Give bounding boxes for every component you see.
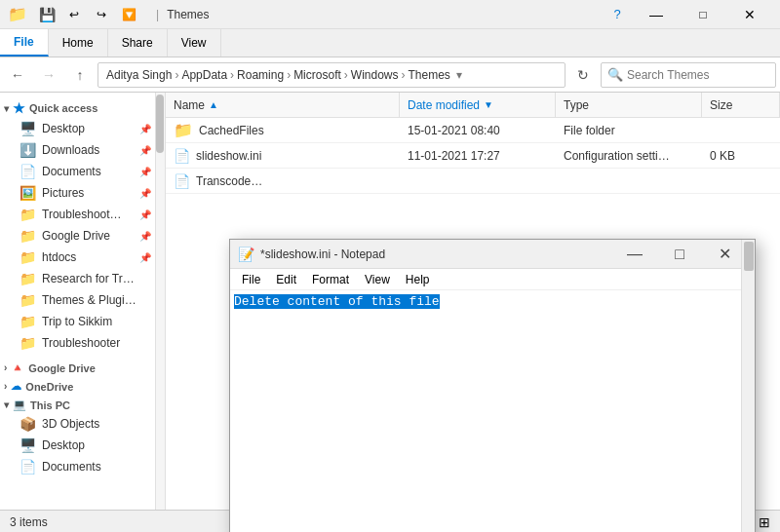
tab-view[interactable]: View [168, 29, 221, 57]
this-pc-header[interactable]: ▾ 💻 This PC [0, 395, 155, 413]
table-row[interactable]: 📄 Transcode… [166, 169, 780, 194]
sidebar-item-downloads[interactable]: ⬇️ Downloads 📌 [0, 139, 155, 161]
path-themes[interactable]: Themes [409, 68, 450, 82]
sidebar: ▾ ★ Quick access 🖥️ Desktop 📌 ⬇️ Downloa… [0, 93, 156, 510]
sidebar-item-troubleshooter[interactable]: 📁 Troubleshooter [0, 332, 155, 354]
tab-share[interactable]: Share [108, 29, 168, 57]
sidebar-item-pictures[interactable]: 🖼️ Pictures 📌 [0, 182, 155, 204]
onedrive-label: OneDrive [25, 381, 73, 393]
folder-icon: 📁 [20, 228, 36, 244]
folder-icon: 📁 [20, 314, 36, 329]
header-date[interactable]: Date modified ▼ [400, 93, 556, 117]
this-pc-label: This PC [30, 399, 70, 411]
pictures-icon: 🖼️ [20, 185, 36, 201]
folder-icon: 📁 [20, 271, 36, 286]
sidebar-item-3d-objects[interactable]: 📦 3D Objects [0, 413, 155, 435]
header-name[interactable]: Name ▲ [166, 93, 400, 117]
sidebar-scrollbar[interactable] [156, 93, 166, 510]
header-size[interactable]: Size [702, 93, 780, 117]
notepad-minimize-button[interactable]: — [612, 240, 657, 269]
help-button[interactable]: ? [603, 0, 632, 29]
desktop-icon: 🖥️ [20, 437, 36, 453]
google-drive-header[interactable]: › 🔺 Google Drive [0, 358, 155, 376]
ribbon: File Home Share View [0, 29, 780, 57]
sidebar-item-label: Troubleshooter [42, 336, 120, 350]
up-button[interactable]: ↑ [66, 61, 94, 89]
sidebar-item-label: Downloads [42, 143, 99, 157]
file-name-cell: 📄 Transcode… [166, 173, 400, 189]
table-row[interactable]: 📁 CachedFiles 15-01-2021 08:40 File fold… [166, 118, 780, 143]
redo-button[interactable]: ↪ [90, 3, 113, 26]
google-drive-label: Google Drive [28, 362, 95, 374]
notepad-menu-format[interactable]: Format [304, 269, 357, 290]
path-aditya[interactable]: Aditya Singh [106, 68, 172, 82]
sidebar-item-research[interactable]: 📁 Research for Tro… [0, 268, 155, 289]
notepad-body: Delete content of this file [230, 290, 755, 532]
app-icon: 📁 [8, 5, 27, 23]
sidebar-item-label: Themes & Plugin… [42, 293, 139, 307]
search-icon: 🔍 [607, 67, 623, 82]
notepad-maximize-button[interactable]: □ [657, 240, 702, 269]
path-roaming[interactable]: Roaming [237, 68, 284, 82]
notepad-title: *slideshow.ini - Notepad [260, 247, 612, 261]
expand-icon: ▾ [4, 399, 9, 410]
refresh-button[interactable]: ↻ [569, 61, 597, 89]
sidebar-item-desktop2[interactable]: 🖥️ Desktop [0, 435, 155, 456]
expand-icon: ▾ [4, 103, 9, 114]
header-type[interactable]: Type [556, 93, 702, 117]
tab-home[interactable]: Home [49, 29, 108, 57]
file-name-cell: 📁 CachedFiles [166, 121, 400, 139]
sidebar-item-htdocs[interactable]: 📁 htdocs 📌 [0, 247, 155, 268]
sidebar-item-label: Troubleshoot… [42, 208, 122, 221]
notepad-content[interactable]: Delete content of this file [230, 290, 755, 532]
pin-icon: 📌 [139, 188, 151, 199]
folder-icon: 📁 [20, 335, 36, 351]
table-row[interactable]: 📄 slideshow.ini 11-01-2021 17:27 Configu… [166, 143, 780, 169]
sidebar-item-documents2[interactable]: 📄 Documents [0, 456, 155, 477]
notepad-menu-edit[interactable]: Edit [268, 269, 304, 290]
path-windows[interactable]: Windows [351, 68, 399, 82]
downloads-icon: ⬇️ [20, 142, 36, 158]
sidebar-item-desktop[interactable]: 🖥️ Desktop 📌 [0, 118, 155, 139]
maximize-button[interactable]: □ [681, 0, 725, 29]
folder-icon: 📁 [174, 121, 193, 139]
path-microsoft[interactable]: Microsoft [293, 68, 341, 82]
tab-file[interactable]: File [0, 29, 49, 57]
file-name-cell: 📄 slideshow.ini [166, 148, 400, 164]
notepad-menu-help[interactable]: Help [398, 269, 438, 290]
ribbon-tabs: File Home Share View [0, 29, 780, 57]
onedrive-header[interactable]: › ☁ OneDrive [0, 376, 155, 395]
file-type-cell: File folder [556, 124, 702, 137]
sidebar-item-themes-plugins[interactable]: 📁 Themes & Plugin… [0, 289, 155, 311]
undo-button[interactable]: ↩ [62, 3, 86, 26]
minimize-button[interactable]: — [634, 0, 679, 29]
sort-arrow-icon: ▲ [209, 99, 218, 110]
notepad-scrollbar[interactable] [741, 290, 755, 532]
address-path[interactable]: Aditya Singh › AppData › Roaming › Micro… [98, 62, 566, 88]
save-button[interactable]: 💾 [35, 3, 58, 26]
file-explorer-titlebar: 📁 💾 ↩ ↪ 🔽 | Themes ? — □ ✕ [0, 0, 780, 29]
sidebar-item-trip-sikkim[interactable]: 📁 Trip to Sikkim [0, 311, 155, 332]
pin-icon: 📌 [139, 209, 151, 220]
3d-objects-icon: 📦 [20, 416, 36, 432]
forward-button[interactable]: → [35, 61, 62, 89]
search-box[interactable]: 🔍 [601, 62, 776, 88]
search-input[interactable] [627, 68, 773, 82]
file-list-header: Name ▲ Date modified ▼ Type Size [166, 93, 780, 118]
quick-access-header[interactable]: ▾ ★ Quick access [0, 96, 155, 118]
sidebar-item-documents[interactable]: 📄 Documents 📌 [0, 161, 155, 182]
sidebar-scrollbar-thumb[interactable] [156, 95, 164, 153]
properties-button[interactable]: 🔽 [117, 3, 140, 26]
notepad-menu-file[interactable]: File [234, 269, 268, 290]
back-button[interactable]: ← [4, 61, 31, 89]
large-icons-button[interactable]: ⊞ [759, 514, 770, 530]
file-icon: 📄 [174, 173, 190, 189]
folder-icon: 📁 [20, 292, 36, 308]
path-appdata[interactable]: AppData [181, 68, 227, 82]
window-controls: ? — □ ✕ [603, 0, 772, 29]
close-button[interactable]: ✕ [727, 0, 772, 29]
notepad-menu-view[interactable]: View [357, 269, 398, 290]
sidebar-item-google-drive[interactable]: 📁 Google Drive 📌 [0, 225, 155, 247]
sidebar-item-troubleshoot[interactable]: 📁 Troubleshoot… 📌 [0, 204, 155, 225]
quick-access-label: Quick access [29, 102, 98, 114]
